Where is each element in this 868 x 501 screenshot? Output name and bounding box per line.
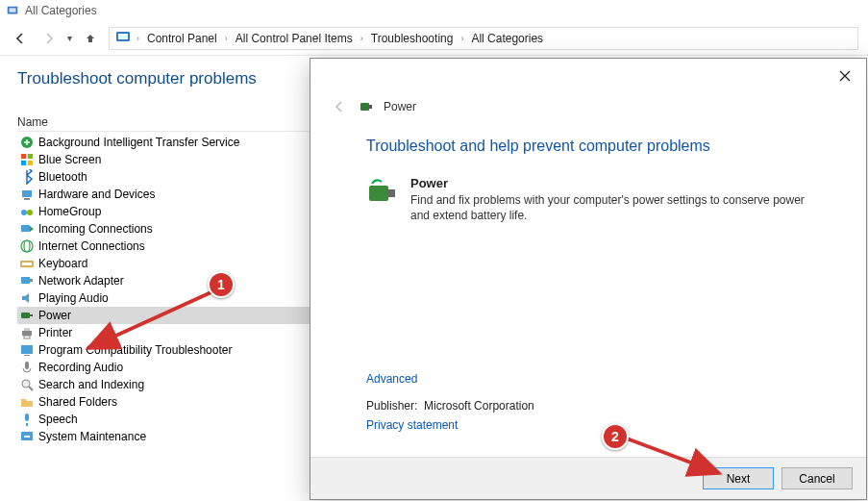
svg-line-37 bbox=[627, 438, 719, 473]
annotation-arrows bbox=[0, 0, 868, 501]
svg-line-36 bbox=[88, 290, 215, 348]
